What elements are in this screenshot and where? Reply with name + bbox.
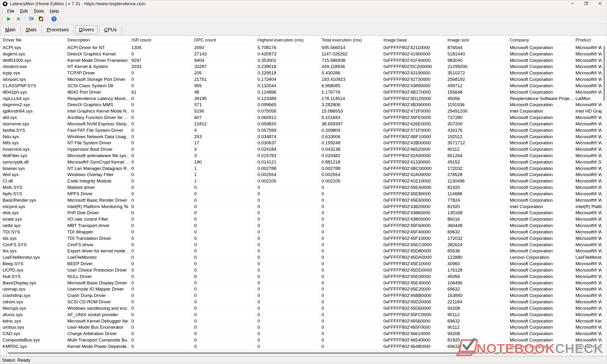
table-cell: 94208: [445, 305, 507, 312]
table-row[interactable]: tbs.sysExport driver for kernel mode ...…: [0, 248, 607, 255]
vertical-scrollbar-thumb[interactable]: [604, 46, 605, 101]
table-row[interactable]: crashdmp.sysCrash Dump Driver00000xFFFFF…: [0, 292, 607, 299]
table-cell: I/O rate control Filter: [65, 216, 129, 222]
menu-item-file[interactable]: File: [4, 8, 17, 14]
horizontal-scrollbar-thumb[interactable]: [8, 352, 541, 354]
table-row[interactable]: Null.SYSNULL Driver00000xFFFFF802'45E000…: [0, 273, 607, 280]
table-row[interactable]: Beep.SYSBEEP Driver00000xFFFFF802'45E100…: [0, 261, 607, 267]
table-cell: 40960: [445, 261, 507, 267]
table-row[interactable]: hvservice.sysHypervisor Boot Driver030.0…: [0, 146, 607, 153]
table-row[interactable]: tdx.sysTDI Translation Driver00000xFFFFF…: [0, 235, 607, 242]
table-row[interactable]: kdnic.sysMicrosoft Kernel Debugger Ne...…: [0, 318, 607, 325]
copy-report-button[interactable]: [37, 16, 45, 23]
table-row[interactable]: Msfs.SYSMailslot driver00000xFFFFF802'45…: [0, 184, 607, 191]
table-row[interactable]: rspLLL64.sysResplendence Latency Monit..…: [0, 95, 607, 102]
table-row[interactable]: CI.dllCode Integrity Module010.0021050.0…: [0, 178, 607, 184]
table-cell: Microsoft Corporation: [507, 76, 573, 82]
table-cell: Microsoft Corporation: [507, 248, 573, 254]
table-row[interactable]: WdFilter.sysMicrosoft antimalware file s…: [0, 153, 607, 159]
column-header-image-size[interactable]: Image size: [445, 36, 507, 44]
table-row[interactable]: Ndu.sysWindows Network Data Usag...02530…: [0, 134, 607, 140]
start-monitor-button[interactable]: [5, 16, 13, 23]
table-cell: 0: [129, 184, 192, 191]
table-row[interactable]: Ntfs.sysNT File System Driver0170.030637…: [0, 140, 607, 146]
table-cell: 69632: [445, 318, 507, 324]
minimize-button[interactable]: [566, 0, 579, 7]
table-cell: 253: [192, 134, 255, 140]
table-row[interactable]: stornvme.sysMicrosoft NVM Express Storp.…: [0, 121, 607, 127]
table-cell: 0: [255, 254, 319, 260]
table-cell: 0: [192, 273, 255, 280]
driver-file-cell: afd.sys: [0, 115, 65, 121]
table-row[interactable]: BasicDisplay.sysMicrosoft Basic Display …: [0, 280, 607, 286]
table-row[interactable]: netbt.sysMBT Transport driver00000xFFFFF…: [0, 222, 607, 229]
table-row[interactable]: CLASSPNP.SYSSCSI Class System Dll09550.1…: [0, 83, 607, 89]
column-header-dpc-count[interactable]: DPC count: [192, 36, 255, 44]
table-row[interactable]: uiomap.sysUsermode IO Mapper Driver00000…: [0, 286, 607, 292]
table-row[interactable]: storport.sysMicrosoft Storage Port Drive…: [0, 76, 607, 83]
table-row[interactable]: BasicRender.sysMicrosoft Basic Render Dr…: [0, 197, 607, 204]
column-header-isr-count[interactable]: ISR count: [129, 36, 192, 44]
tab-cpus[interactable]: CPUs: [101, 25, 120, 34]
close-button[interactable]: [593, 0, 607, 7]
save-report-button[interactable]: [27, 16, 36, 23]
horizontal-scrollbar[interactable]: [0, 350, 607, 356]
table-row[interactable]: ntoskrnl.exeNT Kernel & System2033332970…: [0, 64, 607, 70]
table-cell: SCSI CD-ROM Driver: [65, 299, 129, 305]
table-row[interactable]: Npfs.SYSNPFS Driver00000xFFFFF802'45E800…: [0, 191, 607, 197]
table-row[interactable]: KMPDC.sysKernel Mode Power Depende...000…: [0, 343, 607, 350]
table-row[interactable]: iorate.sysI/O rate control Filter00000xF…: [0, 216, 607, 222]
tab-main[interactable]: Main: [2, 25, 19, 34]
table-row[interactable]: symcryptk.dllMicrosoft® SymCrypt Kernel …: [0, 159, 607, 165]
table-row[interactable]: i8042prt.sysi8042 Port Driver61480.12489…: [0, 89, 607, 95]
table-cell: Microsoft Corporation: [507, 184, 573, 191]
stop-monitor-button[interactable]: [14, 16, 23, 23]
restore-button[interactable]: [579, 0, 593, 7]
table-row[interactable]: CimFS.SYSCimFS driver00000xFFFFF802'45EC…: [0, 242, 607, 248]
column-header-description[interactable]: Description: [65, 36, 129, 44]
table-cell: NT File System Driver: [65, 140, 129, 146]
latencymon-window: LatencyMon (Home Edition ) v 7.31 - http…: [0, 0, 607, 364]
table-row[interactable]: cdrom.sysSCSI CD-ROM Driver00000xFFFFF80…: [0, 299, 607, 305]
tab-processes[interactable]: Processes: [43, 25, 72, 34]
table-cell: 360448: [445, 222, 507, 229]
table-row[interactable]: umbus.sysUser-Mode Bus Enumerator00000xF…: [0, 324, 607, 331]
table-row[interactable]: tcpip.sysTCP/IP Driver02050.2295185.4302…: [0, 70, 607, 76]
column-header-highest-execution-ms[interactable]: Highest execution (ms): [255, 36, 319, 44]
table-cell: 0: [129, 51, 192, 57]
table-row[interactable]: dxgkrnl.sysDirectX Graphics Kernel027143…: [0, 51, 607, 57]
table-row[interactable]: CompositeBus.sysMulti-Transport Composit…: [0, 337, 607, 343]
column-header-image-base[interactable]: Image base: [381, 36, 445, 44]
table-cell: Microsoft Storage Port Driver: [65, 76, 129, 82]
menu-item-edit[interactable]: Edit: [17, 8, 31, 14]
table-row[interactable]: ACPI.sysACPI Driver for NT130520505.7081…: [0, 45, 607, 51]
table-row[interactable]: igdkmdn64.sysIntel Graphics Kernel Mode …: [0, 108, 607, 115]
table-cell: Microsoft Corporation: [507, 102, 573, 108]
tab-stats[interactable]: Stats: [22, 25, 40, 34]
table-row[interactable]: afd.sysAncillary Function Driver for ...…: [0, 115, 607, 121]
table-row[interactable]: LseFileMonitor.sysLseFileMonitor00000xFF…: [0, 254, 607, 261]
menu-item-tools[interactable]: Tools: [31, 8, 47, 14]
table-row[interactable]: Wdf01000.sysKernel Mode Driver Framewor.…: [0, 57, 607, 64]
table-row[interactable]: Wof.sysWindows Overlay Filter010.0025540…: [0, 172, 607, 178]
help-button[interactable]: ?: [50, 16, 58, 23]
table-row[interactable]: dxgmms2.sysDirectX Graphics MMS05710.099…: [0, 102, 607, 108]
column-header-driver-file[interactable]: Driver file: [0, 36, 65, 44]
table-row[interactable]: bowser.sysNT Lan Manager Datagram R...01…: [0, 165, 607, 172]
table-row[interactable]: disk.sysPnP Disk Driver00000xFFFFF802'43…: [0, 210, 607, 216]
table-row[interactable]: afunix.sysAF_UNIX socket provider00000xF…: [0, 312, 607, 318]
table-row[interactable]: filecrypt.sysWindows sandboxing and enc.…: [0, 305, 607, 312]
table-cell: 0.124896: [255, 89, 319, 95]
column-header-company[interactable]: Company: [507, 36, 573, 44]
table-row[interactable]: UCPD.sysUser Choice Protection Driver000…: [0, 267, 607, 273]
menu-item-help[interactable]: Help: [47, 8, 62, 14]
tab-drivers[interactable]: Drivers: [76, 25, 97, 34]
table-row[interactable]: fastfat.SYSFast FAT File System Driver04…: [0, 127, 607, 134]
vertical-scrollbar[interactable]: [602, 45, 607, 350]
table-row[interactable]: CAD.sysCharge Arbitration Driver00000xFF…: [0, 331, 607, 337]
table-row[interactable]: TDI.SYSTDI Wrapper00000xFFFFF802'45F4000…: [0, 229, 607, 235]
column-header-product[interactable]: Product: [573, 36, 607, 44]
column-header-total-execution-ms[interactable]: Total execution (ms): [319, 36, 381, 44]
table-row[interactable]: intcpmt.sysIntel(R) Platform Monitoring …: [0, 204, 607, 210]
table-cell: 0xFFFFF802'45E80000: [381, 191, 445, 197]
